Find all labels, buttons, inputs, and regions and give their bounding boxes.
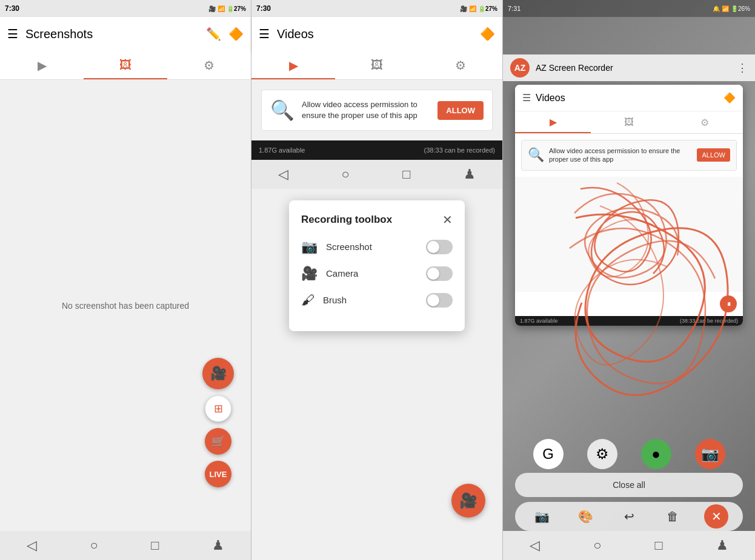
nav-home[interactable]: ○ [90,538,98,553]
nav-back[interactable]: ◁ [27,538,37,553]
mini-record-time: (38:33 can be recorded) [680,318,738,324]
tab-screenshot[interactable]: 🖼 [84,51,167,79]
mini-tab-bar: ▶ 🖼 ⚙ [515,111,743,134]
app-icons-row: G ⚙ ● 📷 [503,439,755,469]
green-app-icon[interactable]: ● [641,439,671,469]
az-title: AZ Screen Recorder [536,63,731,73]
modal-title: Recording toolbox [301,214,392,226]
panel2-fab[interactable]: 🎥 [451,484,485,518]
screenshot-toggle[interactable] [426,240,453,254]
google-icon[interactable]: G [533,439,564,469]
close-all-pill[interactable]: Close all [515,473,743,497]
panel3-status-icons: 🔔 📶 🔋26% [713,5,750,12]
panel3-nav-accessibility[interactable]: ♟ [716,538,728,553]
panel2-nav-recents[interactable]: □ [402,166,410,182]
screenshot-label: Screenshot [326,242,417,252]
panel2-time: 7:30 [256,4,271,13]
recording-toolbox-modal: Recording toolbox ✕ 📷 Screenshot 🎥 Camer… [289,200,465,331]
mini-storage: 1.87G available [520,318,558,324]
modal-item-screenshot: 📷 Screenshot [301,239,453,255]
panel2-tab-screenshot[interactable]: 🖼 [335,51,419,79]
videos-panel: 7:30 🎥 📶 🔋27% ☰ Videos 🔶 ▶ 🖼 ⚙ 🔍 Allow v… [251,0,503,560]
nav-accessibility[interactable]: ♟ [212,538,224,553]
camera-toggle[interactable] [426,266,453,281]
mini-permission-banner: 🔍 Allow video access permission to ensur… [521,140,737,171]
panel3-time: 7:31 [508,5,521,12]
panel2-bottom-bar: 1.87G available (38:33 can be recorded) [251,140,502,160]
mini-record-button[interactable]: ■ [720,295,737,312]
mini-app-title: Videos [536,93,719,104]
panel2-status-bar: 7:30 🎥 📶 🔋27% [251,0,502,17]
toolbar-brush-btn[interactable]: 🎨 [573,504,597,529]
panel2-nav-accessibility[interactable]: ♟ [464,166,476,182]
fab-live[interactable]: LIVE [205,461,231,487]
panel1-nav-bar: ◁ ○ □ ♟ [0,531,251,560]
modal-item-brush: 🖌 Brush [301,292,453,308]
mini-videos-app: ☰ Videos 🔶 ▶ 🖼 ⚙ 🔍 Allow video access pe… [515,85,743,326]
panel2-nav-back[interactable]: ◁ [278,166,288,182]
panel2-nav-home[interactable]: ○ [341,166,349,182]
perm-icon: 🔍 [270,99,294,122]
panel1-title: Screenshots [25,27,199,41]
modal-header: Recording toolbox ✕ [301,212,453,227]
az-more-icon[interactable]: ⋮ [737,61,748,74]
fab-bag[interactable]: 🛒 [205,428,231,455]
panel1-edit-icon[interactable]: ✏️ [206,27,221,41]
panel2-tab-settings[interactable]: ⚙ [419,51,502,79]
brush-toggle[interactable] [426,293,453,308]
taskbar: Close all 📷 🎨 ↩ 🗑 ✕ [503,473,755,531]
mini-tab-settings[interactable]: ⚙ [667,111,743,133]
screenshot-icon: 📷 [301,239,318,255]
mini-tab-video[interactable]: ▶ [515,111,591,133]
toolbar-row: 📷 🎨 ↩ 🗑 ✕ [515,502,743,531]
toolbar-undo-btn[interactable]: ↩ [617,504,641,529]
panel2-tab-video[interactable]: ▶ [251,51,335,79]
screenshots-panel: 7:30 🎥 📶 🔋27% ☰ Screenshots ✏️ 🔶 ▶ 🖼 ⚙ N… [0,0,251,560]
fab-grid[interactable]: ⊞ [205,395,231,422]
mini-allow-button[interactable]: ALLOW [697,148,730,162]
allow-button[interactable]: ALLOW [437,101,484,120]
panel3-nav-bar: ◁ ○ □ ♟ [503,531,755,560]
panel2-tab-bar: ▶ 🖼 ⚙ [251,51,502,80]
az-top-bar: AZ AZ Screen Recorder ⋮ [503,54,755,81]
panel3-nav-back[interactable]: ◁ [530,538,540,553]
nav-recents[interactable]: □ [151,538,159,553]
panel2-top-bar: ☰ Videos 🔶 [251,17,502,51]
camera-icon: 🎥 [301,266,318,282]
panel1-tab-bar: ▶ 🖼 ⚙ [0,51,251,80]
brush-label: Brush [323,295,417,305]
fab-record[interactable]: 🎥 [202,358,234,389]
toolbar-screenshot-btn[interactable]: 📷 [530,504,554,529]
modal-item-camera: 🎥 Camera [301,266,453,282]
modal-close-button[interactable]: ✕ [442,212,453,227]
panel1-logo-icon: 🔶 [228,27,244,41]
settings-icon[interactable]: ⚙ [587,439,617,469]
permission-banner: 🔍 Allow video access permission to ensur… [261,90,493,131]
panel3-nav-recents[interactable]: □ [655,538,663,553]
mini-menu-icon[interactable]: ☰ [522,92,531,104]
toolbar-close-btn[interactable]: ✕ [704,504,728,529]
panel1-menu-icon[interactable]: ☰ [7,27,18,41]
scribble-svg [515,177,743,292]
screen-recorder-icon[interactable]: 📷 [695,439,725,469]
mini-perm-text: Allow video access permission to ensure … [549,147,692,164]
panel2-logo-icon: 🔶 [480,27,495,41]
brush-icon: 🖌 [301,292,314,308]
tab-video[interactable]: ▶ [0,51,84,79]
panel3-nav-home[interactable]: ○ [593,538,601,553]
panel1-status-icons: 🎥 📶 🔋27% [208,5,246,12]
record-time-info: (38:33 can be recorded) [424,147,495,154]
mini-tab-screenshot[interactable]: 🖼 [591,111,667,133]
tab-settings[interactable]: ⚙ [167,51,251,79]
panel3-status-bar: 7:31 🔔 📶 🔋26% [503,0,755,17]
scribble-canvas [515,177,743,292]
panel2-menu-icon[interactable]: ☰ [259,27,270,41]
az-screen-recorder-panel: 7:31 🔔 📶 🔋26% AZ AZ Screen Recorder ⋮ ☰ … [503,0,755,560]
perm-text: Allow video access permission to ensure … [302,99,430,121]
toolbar-delete-btn[interactable]: 🗑 [660,504,685,529]
panel2-status-icons: 🎥 📶 🔋27% [460,5,497,12]
camera-label: Camera [326,268,417,278]
storage-info: 1.87G available [259,147,305,154]
mini-app-logo: 🔶 [723,92,736,104]
panel2-nav-bar: ◁ ○ □ ♟ [251,160,502,189]
